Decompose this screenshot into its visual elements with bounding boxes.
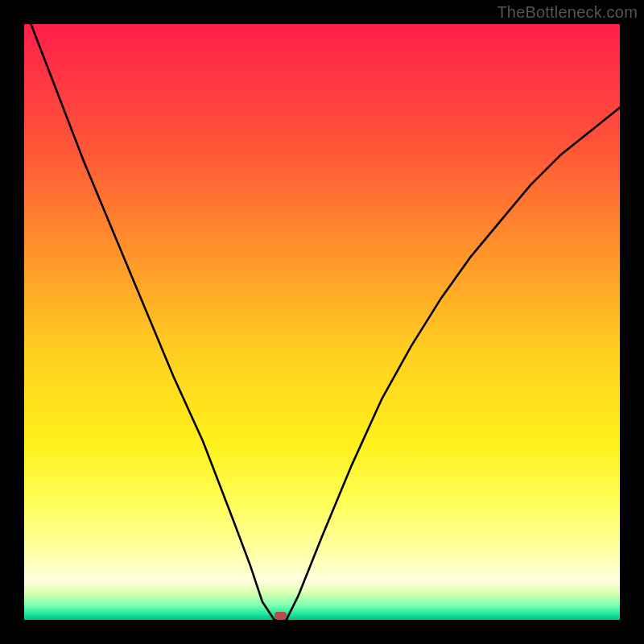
series-line xyxy=(24,24,620,620)
min-point-marker xyxy=(275,612,287,620)
chart-canvas: TheBottleneck.com xyxy=(0,0,644,644)
plot-area xyxy=(24,24,620,620)
watermark-text: TheBottleneck.com xyxy=(497,3,638,22)
